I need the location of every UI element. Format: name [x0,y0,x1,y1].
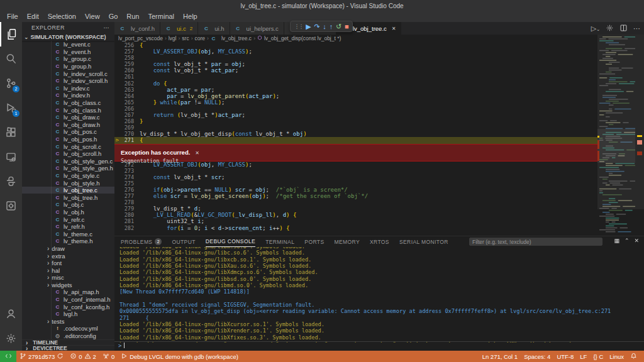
status-eol[interactable]: LF [577,351,590,362]
file-row-tests[interactable]: ›tests [22,318,114,326]
file-row-misc[interactable]: ›misc [22,274,114,282]
step-over-button[interactable]: ↷ [314,21,319,31]
panel-tab-debug-console[interactable]: DEBUG CONSOLE [206,236,255,247]
code-line-271[interactable]: ▷271{ [114,137,597,143]
file-row-lv-obj-style-gen-c[interactable]: Clv_obj_style_gen.c [22,158,114,165]
explorer-more-icon[interactable]: ⋯ [104,25,110,31]
settings-gear-icon[interactable] [0,326,22,351]
file-row-lv-refr-c[interactable]: Clv_refr.c [22,216,114,223]
status-problems[interactable]: 02 [67,351,99,362]
tab-ui-helpers-c[interactable]: Cui_helpers.c [230,22,284,35]
file-row-lv-conf-internal-h[interactable]: Clv_conf_internal.h [22,296,114,304]
debug-console-input[interactable]: > [114,341,644,349]
remote-explorer-icon[interactable] [0,145,22,169]
code-line-282[interactable]: 282 for(i = 0; i < d->screen_cnt; i++) { [114,225,597,231]
menu-item-edit[interactable]: Edit [23,12,43,21]
file-row-lv-indev-h[interactable]: Clv_indev.h [22,92,114,99]
code-line-263[interactable]: 263 act_par = par; [114,87,597,93]
search-icon[interactable] [0,47,22,71]
file-row-lv-obj-tree-h[interactable]: Clv_obj_tree.h [22,194,114,201]
account-icon[interactable] [0,302,22,326]
breadcrumb-item[interactable]: lv_obj_get_disp(const lv_obj_t *) [257,35,341,41]
file-row-lv-indev-scroll-c[interactable]: Clv_indev_scroll.c [22,70,114,77]
file-row--editorconfig[interactable]: ⚙.editorconfig [22,332,114,340]
file-row-lv-event-c[interactable]: Clv_event.c [22,41,114,48]
menu-item-run[interactable]: Run [122,12,143,21]
file-row-lv-obj-style-h[interactable]: Clv_obj_style.h [22,179,114,187]
panel-tab-xrtos[interactable]: XRTOS [370,236,389,247]
code-editor-bottom[interactable]: 272 LV_ASSERT_OBJ(obj, MY_CLASS);273274 … [114,162,597,231]
file-row-hal[interactable]: ›hal [22,266,114,274]
file-row-lv-obj-pos-h[interactable]: Clv_obj_pos.h [22,136,114,143]
code-editor-top[interactable]: 256{257 LV_ASSERT_OBJ(obj, MY_CLASS);258… [114,42,597,144]
file-row-lv-obj-class-c[interactable]: Clv_obj_class.c [22,99,114,107]
file-row-lv-api-map-h[interactable]: Clv_api_map.h [22,288,114,296]
file-row-lv-theme-h[interactable]: Clv_theme.h [22,238,114,245]
file-row-draw[interactable]: ›draw [22,245,114,253]
file-row-lv-obj-style-c[interactable]: Clv_obj_style.c [22,172,114,180]
code-line-265[interactable]: 265 } while(par != NULL); [114,99,597,106]
run-and-debug-icon[interactable]: 1 [0,96,22,120]
code-line-259[interactable]: 259 const lv_obj_t * par = obj; [114,61,597,67]
file-row-lv-obj-scroll-c[interactable]: Clv_obj_scroll.c [22,143,114,150]
run-or-debug-button[interactable]: ▷⌄ [591,25,600,33]
file-row-lv-refr-h[interactable]: Clv_refr.h [22,223,114,231]
close-icon[interactable]: ✕ [392,26,396,31]
code-line-269[interactable]: 269 [114,124,597,131]
close-panel-icon[interactable]: ✕ [634,238,639,244]
panel-tab-problems[interactable]: PROBLEMS2 [121,236,162,247]
maximize-panel-icon[interactable]: ⌃ [625,238,630,244]
source-control-icon[interactable]: 2 [0,71,22,96]
menu-item-terminal[interactable]: Terminal [144,12,179,21]
code-line-260[interactable]: 260 const lv_obj_t * act_par; [114,67,597,74]
stop-button[interactable]: ■ [345,21,349,31]
breadcrumb-item[interactable]: lv_port_pc_vscode [118,35,163,41]
extensions-icon[interactable] [0,120,22,145]
workspace-section-header[interactable]: ⌄ SIMULATOR (WORKSPACE) [22,33,114,41]
file-row-lv-group-h[interactable]: Clv_group.h [22,63,114,70]
code-line-267[interactable]: 267 return (lv_obj_t *)act_par; [114,112,597,118]
status-notifications[interactable] [627,351,640,362]
code-line-258[interactable]: 258 [114,55,597,61]
file-row-lv-obj-c[interactable]: Clv_obj.c [22,201,114,209]
menu-item-help[interactable]: Help [179,12,202,21]
panel-tab-terminal[interactable]: TERMINAL [265,236,294,247]
explorer-icon[interactable] [0,22,22,47]
status-encoding[interactable]: UTF-8 [553,351,577,362]
status-language-mode[interactable]: {} C [590,351,606,362]
step-into-button[interactable]: ↓ [323,21,326,31]
code-line-270[interactable]: 270lv_disp_t * lv_obj_get_disp(const lv_… [114,131,597,137]
status-indentation[interactable]: Spaces: 4 [521,351,553,362]
section-devicetree[interactable]: ›DEVICETREE [22,345,114,351]
code-line-268[interactable]: 268} [114,118,597,124]
code-line-280[interactable]: 280 _LV_LL_READ(&LV_GC_ROOT(_lv_disp_ll)… [114,212,597,218]
console-filter-input[interactable] [469,238,602,246]
menu-item-view[interactable]: View [80,12,104,21]
panel-tab-ports[interactable]: PORTS [304,236,324,247]
file-row-lv-theme-c[interactable]: Clv_theme.c [22,230,114,238]
more-actions-icon[interactable]: ⋯ [633,25,640,33]
file-row-lv-obj-pos-c[interactable]: Clv_obj_pos.c [22,128,114,136]
file-row-lv-obj-class-h[interactable]: Clv_obj_class.h [22,106,114,114]
breadcrumb-item[interactable]: core [195,35,206,41]
file-row-font[interactable]: ›font [22,260,114,267]
file-row-lv-conf-kconfig-h[interactable]: Clv_conf_kconfig.h [22,303,114,310]
breadcrumb-item[interactable]: src [182,35,189,41]
code-line-281[interactable]: 281 uint32_t i; [114,218,597,224]
file-row-widgets[interactable]: ›widgets [22,282,114,289]
tab-lv-conf-h[interactable]: Clv_conf.h [114,22,160,35]
code-line-277[interactable]: 277 else scr = lv_obj_get_screen(obj); /… [114,193,597,199]
panel-tab-memory[interactable]: MEMORY [334,236,360,247]
file-row--codecov-yml[interactable]: !.codecov.yml [22,325,114,332]
code-line-266[interactable]: 266 [114,106,597,112]
status-debug-session[interactable]: Debug LVGL demo with gdb (workspace) [118,351,242,362]
python-icon[interactable] [0,169,22,194]
file-row-lv-indev-c[interactable]: Clv_indev.c [22,85,114,92]
code-line-264[interactable]: 264 par = lv_obj_get_parent(act_par); [114,93,597,99]
file-row-lvgl-h[interactable]: Clvgl.h [22,310,114,318]
menu-item-selection[interactable]: Selection [43,12,80,21]
panel-tab-serial-monitor[interactable]: SERIAL MONITOR [399,236,448,247]
status-git-branch[interactable]: 2791d573 [16,351,67,362]
file-row-lv-group-c[interactable]: Clv_group.c [22,55,114,63]
continue-button[interactable]: ▶ [306,21,311,31]
